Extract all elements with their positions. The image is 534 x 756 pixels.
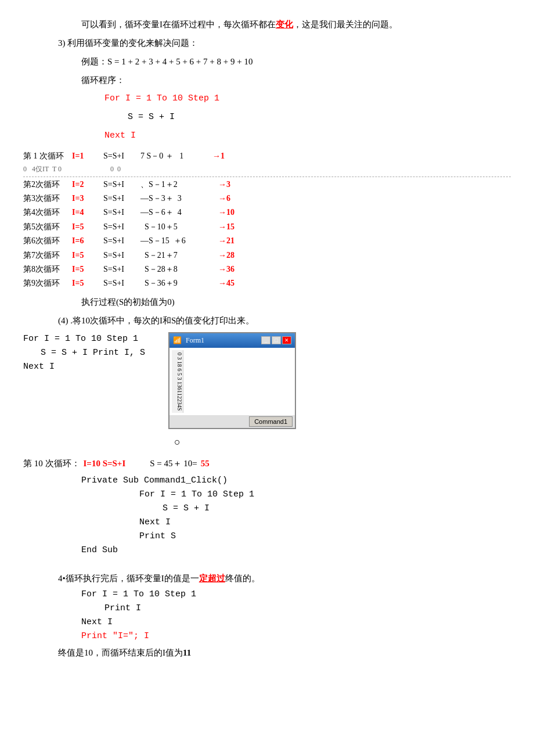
code-next-s: Next I: [23, 360, 145, 374]
loop-row-4: 第4次循环 I=4 S=S+I —S－6＋ 4 →10: [23, 206, 511, 219]
minimize-button[interactable]: _: [261, 336, 270, 344]
row1-eq: S=S+I: [103, 150, 138, 163]
intro-text-after: ，这是我们最关注的问题。: [293, 20, 398, 29]
section4b-highlight: 定超过: [199, 574, 225, 583]
section4b-note: 终值是10，而循环结束后的I值为11: [58, 646, 511, 660]
section4-num: (4): [58, 316, 68, 325]
loop-program-label: 循环程序：: [81, 73, 511, 87]
loop-row-2: 第2次循环 I=2 S=S+I 、S－1＋2 →3: [23, 178, 511, 191]
section4b-intro: 4•循环执行完后，循环变量I的值是一定超过终值的。: [58, 571, 511, 585]
code-body-s: S = S + I Print I, S: [41, 346, 145, 360]
window-title: 📶 Form1: [173, 335, 204, 346]
loop-row-mid: 0 4仅IT T 0 0 0: [23, 164, 511, 175]
sub-next: Next I: [139, 516, 511, 530]
loop-row-9: 第9次循环 I=5 S=S+I S－36＋9 →45: [23, 277, 511, 290]
row1-result: →1: [212, 150, 225, 163]
private-sub-block: Private Sub Command1_Click() For I = 1 T…: [81, 474, 511, 557]
loop-row-6: 第6次循环 I=6 S=S+I —S－15 ＋6 →21: [23, 235, 511, 247]
loop-row-1: 第 1 次循环 I=1 S=S+I 7 S－0 ＋ 1 →1: [23, 150, 511, 163]
code-next: Next I: [104, 129, 511, 143]
window-titlebar: 📶 Form1 _ □ ✕: [169, 333, 295, 348]
maximize-button[interactable]: □: [272, 336, 281, 344]
window-sidebar: 0 3 18 6 5 3 136112234S: [172, 350, 183, 413]
section10-vars: I=10 S=S+I: [84, 456, 126, 470]
example-label: 例题：S = 1 + 2 + 3 + 4 + 5 + 6 + 7 + 8 + 9…: [81, 55, 511, 69]
section4b-print-i: Print "I="; I: [81, 629, 511, 643]
loop-row-3: 第3次循环 I=3 S=S+I —S－3＋ 3 →6: [23, 192, 511, 205]
sub-body: S = S + I: [163, 502, 511, 516]
section4-text: .将10次循环中，每次的I和S的值变化打印出来。: [70, 316, 254, 325]
intro-paragraph: 可以看到，循环变量I在循环过程中，每次循环都在变化，这是我们最关注的问题。: [81, 17, 511, 31]
code-window-area: For I = 1 To 10 Step 1 S = S + I Print I…: [23, 332, 511, 429]
small-circle: ○: [174, 434, 511, 451]
code-block-left: For I = 1 To 10 Step 1 S = S + I Print I…: [23, 332, 145, 374]
sub-end: End Sub: [81, 543, 511, 557]
loop-row-5: 第5次循环 I=5 S=S+I S－10＋5 →15: [23, 221, 511, 233]
loop-row-8: 第8次循环 I=5 S=S+I S－28＋8 →36: [23, 263, 511, 276]
code-body: S = S + I: [128, 110, 511, 124]
window-controls[interactable]: _ □ ✕: [261, 336, 291, 344]
section10-label: 第 10 次循环：: [23, 456, 80, 470]
close-button[interactable]: ✕: [282, 336, 291, 344]
code-for: For I = 1 To 10 Step 1: [104, 92, 511, 106]
form1-window: 📶 Form1 _ □ ✕ 0 3 18 6 5 3 136112234S Co…: [168, 332, 296, 429]
section4b: 4•循环执行完后，循环变量I的值是一定超过终值的。 For I = 1 To 1…: [23, 571, 511, 660]
sub-print: Print S: [139, 530, 511, 543]
section4b-for: For I = 1 To 10 Step 1: [81, 588, 511, 602]
section3-label: 3) 利用循环变量的变化来解决问题：: [58, 36, 511, 50]
row1-label: 第 1 次循环: [23, 150, 70, 163]
intro-highlight: 变化: [276, 20, 293, 29]
section10-result: 55: [201, 456, 210, 470]
sub-declaration: Private Sub Command1_Click(): [81, 474, 511, 488]
section10-row: 第 10 次循环： I=10 S=S+I S = 45＋ 10= 55: [23, 456, 511, 470]
command1-button[interactable]: Command1: [249, 416, 293, 427]
section10-calc: S = 45＋ 10=: [150, 456, 197, 470]
window-content: [183, 350, 293, 413]
window-footer: Command1: [169, 415, 295, 428]
intro-text-before: 可以看到，循环变量I在循环过程中，每次循环都在: [81, 20, 276, 29]
row1-var: I=1: [72, 150, 101, 163]
section4b-print: Print I: [104, 602, 511, 615]
code-for-s: For I = 1 To 10 Step 1: [23, 332, 145, 346]
sub-for: For I = 1 To 10 Step 1: [139, 488, 511, 502]
loop-row-7: 第7次循环 I=5 S=S+I S－21＋7 →28: [23, 249, 511, 262]
section4b-next: Next I: [81, 615, 511, 629]
section4-label: (4) .将10次循环中，每次的I和S的值变化打印出来。: [58, 314, 511, 327]
window-body: 0 3 18 6 5 3 136112234S: [169, 348, 295, 415]
loop-divider: [23, 177, 511, 177]
loop-execution-table: 第 1 次循环 I=1 S=S+I 7 S－0 ＋ 1 →1 0 4仅IT T …: [23, 150, 511, 290]
row1-calc: 7 S－0 ＋ 1: [140, 150, 210, 163]
execution-note: 执行过程(S的初始值为0): [81, 295, 511, 309]
